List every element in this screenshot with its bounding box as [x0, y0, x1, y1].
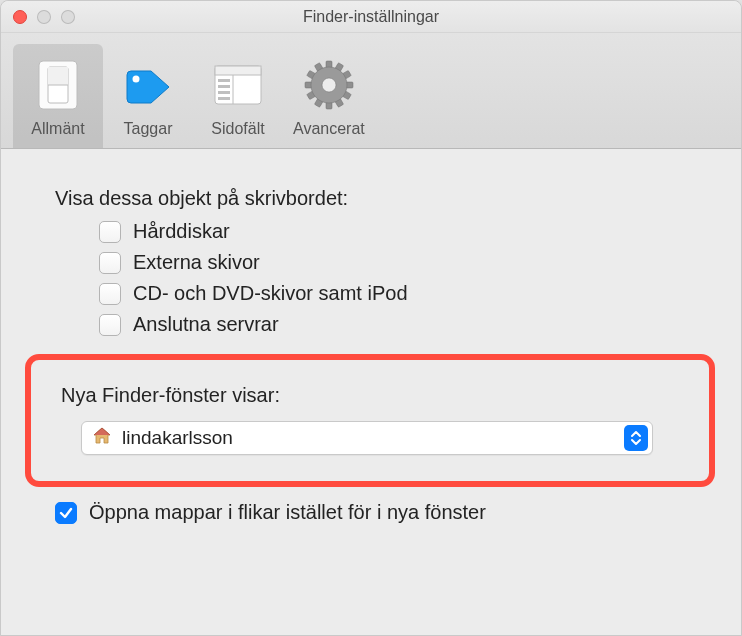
svg-rect-9 [218, 85, 230, 88]
content: Visa dessa objekt på skrivbordet: Hårddi… [1, 149, 741, 635]
tab-label: Sidofält [211, 120, 264, 138]
tag-icon [121, 56, 175, 114]
checkbox-label: Anslutna servrar [133, 313, 279, 336]
dropdown-value: lindakarlsson [122, 427, 624, 449]
preferences-window: Finder-inställningar Allmänt Tagga [0, 0, 742, 636]
svg-rect-7 [215, 66, 261, 75]
new-finder-windows-label: Nya Finder-fönster visar: [61, 384, 689, 407]
window-title: Finder-inställningar [1, 8, 741, 26]
sidebar-icon [213, 56, 263, 114]
svg-rect-8 [218, 79, 230, 82]
minimize-icon[interactable] [37, 10, 51, 24]
checkbox-connected-servers[interactable]: Anslutna servrar [99, 313, 697, 336]
svg-rect-10 [218, 91, 230, 94]
checkbox-label: Hårddiskar [133, 220, 230, 243]
checkbox-icon[interactable] [99, 314, 121, 336]
tab-sidebar[interactable]: Sidofält [193, 44, 283, 148]
gear-icon [304, 56, 354, 114]
tab-label: Allmänt [31, 120, 84, 138]
svg-point-25 [322, 78, 336, 92]
zoom-icon[interactable] [61, 10, 75, 24]
new-window-dropdown[interactable]: lindakarlsson [81, 421, 653, 455]
checkbox-icon[interactable] [55, 502, 77, 524]
checkbox-label: Externa skivor [133, 251, 260, 274]
checkbox-icon[interactable] [99, 221, 121, 243]
close-icon[interactable] [13, 10, 27, 24]
home-icon [92, 426, 112, 451]
tab-general[interactable]: Allmänt [13, 44, 103, 148]
switch-icon [35, 56, 81, 114]
svg-rect-2 [48, 67, 68, 85]
checkbox-external-disks[interactable]: Externa skivor [99, 251, 697, 274]
tab-tags[interactable]: Taggar [103, 44, 193, 148]
svg-rect-11 [218, 97, 230, 100]
svg-point-4 [133, 76, 140, 83]
traffic-lights [13, 10, 75, 24]
tab-advanced[interactable]: Avancerat [283, 44, 375, 148]
checkbox-harddisks[interactable]: Hårddiskar [99, 220, 697, 243]
checkbox-cd-dvd-ipod[interactable]: CD- och DVD-skivor samt iPod [99, 282, 697, 305]
checkbox-icon[interactable] [99, 283, 121, 305]
titlebar: Finder-inställningar [1, 1, 741, 33]
tab-label: Taggar [124, 120, 173, 138]
chevron-up-down-icon[interactable] [624, 425, 648, 451]
highlighted-section: Nya Finder-fönster visar: lindakarlsson [25, 354, 715, 487]
checkbox-label: CD- och DVD-skivor samt iPod [133, 282, 408, 305]
toolbar: Allmänt Taggar [1, 33, 741, 149]
checkbox-label: Öppna mappar i flikar istället för i nya… [89, 501, 486, 524]
tab-label: Avancerat [293, 120, 365, 138]
checkbox-icon[interactable] [99, 252, 121, 274]
desktop-items-label: Visa dessa objekt på skrivbordet: [55, 187, 697, 210]
checkbox-open-in-tabs[interactable]: Öppna mappar i flikar istället för i nya… [55, 501, 697, 524]
